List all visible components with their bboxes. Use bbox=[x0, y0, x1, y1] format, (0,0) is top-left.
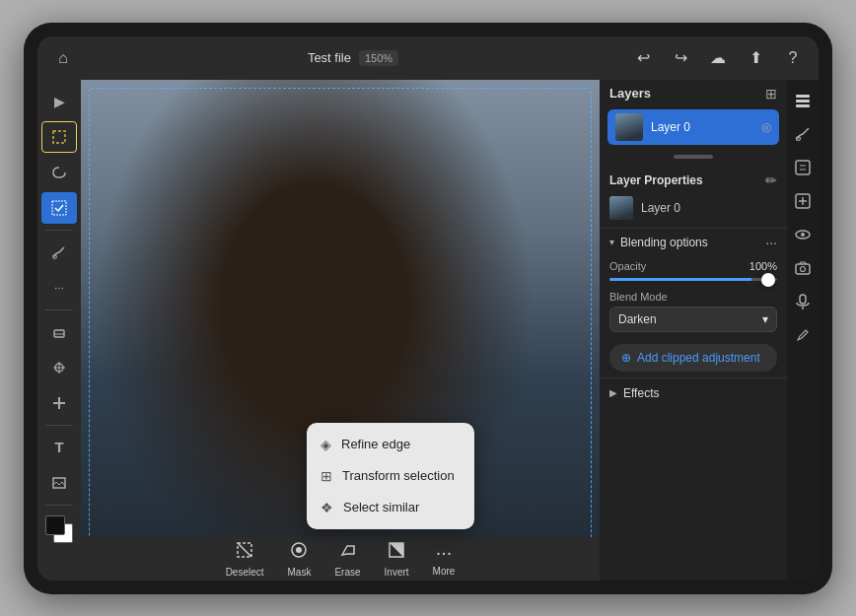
svg-rect-12 bbox=[461, 160, 561, 400]
blending-label: Blending options bbox=[620, 236, 708, 249]
tool-type[interactable]: T bbox=[41, 432, 77, 463]
screen: ⌂ Test file 150% ↩ ↪ ☁ ⬆ ? ▶ bbox=[37, 36, 819, 581]
context-menu: ◈ Refine edge ⊞ Transform selection ❖ Se… bbox=[307, 423, 474, 529]
panel-strip-pen-icon[interactable] bbox=[790, 322, 816, 348]
blending-header-left: ▾ Blending options bbox=[609, 236, 708, 249]
panel-strip-add-icon[interactable] bbox=[790, 188, 816, 214]
svg-rect-26 bbox=[796, 100, 810, 103]
more-label: More bbox=[433, 566, 456, 577]
panel-strip-visibility-icon[interactable] bbox=[790, 222, 816, 247]
properties-panel: Layer Properties ✏ Layer 0 ▾ Blending op… bbox=[600, 165, 787, 581]
layers-stack-icon[interactable]: ⊞ bbox=[765, 86, 777, 102]
layer-thumb-inner bbox=[615, 113, 643, 141]
svg-point-18 bbox=[245, 270, 315, 350]
more-button[interactable]: ··· More bbox=[433, 541, 456, 577]
layer-item-0[interactable]: Layer 0 ◎ bbox=[607, 109, 779, 145]
select-similar-icon: ❖ bbox=[321, 500, 333, 515]
layer-properties-title: Layer Properties bbox=[609, 173, 703, 187]
layers-title: Layers bbox=[609, 86, 651, 101]
mask-icon bbox=[289, 540, 309, 565]
mask-button[interactable]: Mask bbox=[288, 540, 312, 578]
cloud-icon[interactable]: ☁ bbox=[704, 44, 732, 72]
panel-strip-audio-icon[interactable] bbox=[790, 289, 816, 314]
prop-layer-thumb bbox=[609, 196, 633, 220]
blending-options-header[interactable]: ▾ Blending options ··· bbox=[600, 229, 787, 256]
tool-brush[interactable] bbox=[41, 237, 77, 268]
tool-image[interactable] bbox=[41, 467, 77, 499]
svg-rect-11 bbox=[370, 139, 450, 399]
svg-rect-37 bbox=[796, 264, 810, 274]
add-clip-label: Add clipped adjustment bbox=[637, 351, 760, 365]
invert-button[interactable]: Invert bbox=[385, 540, 409, 578]
tool-lasso[interactable] bbox=[41, 157, 77, 188]
undo-icon[interactable]: ↩ bbox=[629, 44, 657, 72]
tablet-frame: ⌂ Test file 150% ↩ ↪ ☁ ⬆ ? ▶ bbox=[24, 23, 832, 594]
panel-strip-camera-icon[interactable] bbox=[790, 255, 816, 281]
panel-strip-props-icon[interactable] bbox=[790, 155, 816, 180]
deselect-button[interactable]: Deselect bbox=[226, 540, 264, 578]
svg-point-15 bbox=[465, 205, 516, 275]
canvas-photo: ◈ Refine edge ⊞ Transform selection ❖ Se… bbox=[81, 80, 600, 581]
blend-mode-label: Blend Mode bbox=[609, 291, 777, 303]
effects-row[interactable]: ▶ Effects bbox=[600, 377, 787, 408]
opacity-slider-thumb[interactable] bbox=[761, 273, 775, 287]
context-menu-refine-edge[interactable]: ◈ Refine edge bbox=[307, 429, 474, 460]
home-icon[interactable]: ⌂ bbox=[49, 44, 77, 72]
svg-rect-0 bbox=[53, 131, 65, 143]
prop-layer-row: Layer 0 bbox=[600, 192, 787, 229]
tool-quick-select[interactable] bbox=[41, 192, 77, 224]
file-title: Test file bbox=[308, 50, 351, 65]
svg-point-17 bbox=[210, 170, 350, 350]
tool-more[interactable]: ··· bbox=[41, 272, 77, 304]
topbar-left: ⌂ bbox=[49, 44, 77, 72]
blend-mode-chevron-icon: ▾ bbox=[762, 312, 768, 326]
blending-options-icon[interactable]: ··· bbox=[765, 235, 777, 250]
redo-icon[interactable]: ↪ bbox=[667, 44, 694, 72]
tool-move[interactable]: ▶ bbox=[41, 86, 77, 117]
erase-label: Erase bbox=[334, 567, 360, 578]
prop-options-icon[interactable]: ✏ bbox=[765, 172, 777, 188]
erase-icon bbox=[338, 540, 358, 565]
main-area: ▶ ··· bbox=[37, 80, 819, 581]
blend-mode-select[interactable]: Darken ▾ bbox=[609, 307, 777, 332]
canvas-area[interactable]: ◈ Refine edge ⊞ Transform selection ❖ Se… bbox=[81, 80, 600, 581]
panel-drag-handle[interactable] bbox=[674, 155, 713, 159]
add-clipped-adjustment-button[interactable]: ⊕ Add clipped adjustment bbox=[609, 344, 777, 372]
svg-rect-29 bbox=[796, 161, 810, 174]
opacity-row: Opacity 100% bbox=[600, 256, 787, 276]
context-menu-transform-selection-label: Transform selection bbox=[342, 468, 455, 483]
share-icon[interactable]: ⬆ bbox=[742, 44, 769, 72]
panel-strip-brush-icon[interactable] bbox=[790, 121, 816, 147]
topbar: ⌂ Test file 150% ↩ ↪ ☁ ⬆ ? bbox=[37, 36, 819, 80]
tool-healing[interactable] bbox=[41, 387, 77, 419]
svg-rect-1 bbox=[52, 201, 66, 215]
opacity-value: 100% bbox=[749, 260, 777, 272]
separator-3 bbox=[45, 425, 73, 426]
svg-point-36 bbox=[801, 233, 805, 237]
topbar-center: Test file 150% bbox=[308, 50, 398, 66]
tool-eraser[interactable] bbox=[41, 316, 77, 348]
opacity-slider-track bbox=[609, 278, 777, 281]
layer-visibility-icon[interactable]: ◎ bbox=[761, 120, 771, 134]
separator-1 bbox=[45, 230, 73, 231]
deselect-label: Deselect bbox=[226, 567, 264, 578]
zoom-badge[interactable]: 150% bbox=[359, 50, 398, 66]
invert-label: Invert bbox=[385, 567, 409, 578]
context-menu-transform-selection[interactable]: ⊞ Transform selection bbox=[307, 460, 474, 492]
tool-marquee[interactable] bbox=[41, 121, 77, 153]
opacity-slider[interactable] bbox=[600, 276, 787, 287]
effects-label: Effects bbox=[623, 386, 659, 400]
color-swatch[interactable] bbox=[45, 515, 73, 543]
svg-point-23 bbox=[296, 547, 302, 553]
context-menu-select-similar[interactable]: ❖ Select similar bbox=[307, 492, 474, 523]
help-icon[interactable]: ? bbox=[779, 44, 807, 72]
opacity-label: Opacity bbox=[609, 260, 646, 272]
refine-edge-icon: ◈ bbox=[321, 437, 331, 452]
erase-button[interactable]: Erase bbox=[334, 540, 360, 578]
panel-strip-layers-icon[interactable] bbox=[790, 88, 816, 113]
tool-clone[interactable] bbox=[41, 352, 77, 383]
svg-rect-19 bbox=[260, 300, 306, 313]
transform-selection-icon: ⊞ bbox=[321, 468, 332, 484]
left-toolbar: ▶ ··· bbox=[37, 80, 81, 581]
separator-2 bbox=[45, 309, 73, 310]
